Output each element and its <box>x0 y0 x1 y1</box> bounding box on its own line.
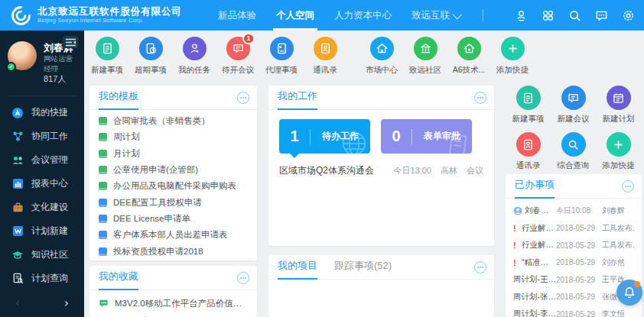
more-options-button[interactable] <box>237 272 249 284</box>
more-options-button[interactable] <box>622 180 634 192</box>
address-book-icon <box>522 139 534 150</box>
sidebar-collapse-button[interactable] <box>63 36 78 48</box>
sidebar-item-knowledge-community[interactable]: 知识社区 <box>0 243 84 267</box>
home-icon <box>463 43 475 54</box>
shortcut-contacts[interactable]: 通讯录 <box>307 37 343 76</box>
template-item[interactable]: 办公用品及电脑配件采购申购表 <box>99 178 248 194</box>
plus-icon <box>507 43 519 54</box>
template-item[interactable]: 公章使用申请(企管部) <box>99 162 248 178</box>
tab-tracked-items[interactable]: 跟踪事项(52) <box>334 259 392 279</box>
doc-search-icon <box>11 273 24 285</box>
form-approval-card[interactable]: 0 表单审批 <box>381 119 472 154</box>
shortcut-pending-meetings[interactable]: 1 待开会议 <box>220 37 255 76</box>
more-options-button[interactable] <box>474 261 486 273</box>
my-favorites-panel: 我的收藏 M3V2.0移动工作平台产品价值文档 服务中心证明.docx <box>89 266 257 317</box>
priority-icon <box>513 258 519 267</box>
clock-doc-icon <box>145 43 157 54</box>
address-book-icon <box>320 43 331 54</box>
settings-gear-icon[interactable] <box>621 8 635 22</box>
company-name-en: Beijing Seeyon Internet Software Corp. <box>37 17 182 24</box>
more-options-button[interactable] <box>474 92 486 104</box>
tab-my-projects[interactable]: 我的项目 <box>278 259 317 279</box>
template-item[interactable]: 投标资质授权申请2018 <box>99 243 248 259</box>
tab-my-work[interactable]: 我的工作 <box>278 89 317 109</box>
favorite-item[interactable]: 服务中心证明.docx <box>99 312 248 317</box>
done-row[interactable]: 周计划-王平... 2018-05-29 王平政 <box>513 271 634 289</box>
sidebar-item-my-shortcuts[interactable]: 我的快捷 <box>0 101 84 125</box>
nav-seeyon-menu[interactable]: 致远互联 <box>411 0 460 31</box>
sidebar-item-meeting-management[interactable]: 会议管理 <box>0 148 84 172</box>
ellipsis-icon <box>239 94 247 102</box>
done-row[interactable]: 刘春辉-北... 今日10:08 刘春辉 <box>513 202 634 220</box>
form-icon <box>99 182 107 190</box>
tab-my-templates[interactable]: 我的模板 <box>99 89 138 109</box>
ellipsis-icon <box>476 94 484 102</box>
tab-done-items[interactable]: 已办事项 <box>515 178 555 198</box>
nav-new-experience[interactable]: 新品体验 <box>218 0 256 31</box>
quick-launch-icon <box>11 107 24 119</box>
qc-add-shortcut[interactable]: 添加快捷 <box>596 132 641 171</box>
qc-new-item[interactable]: 新建事项 <box>506 86 551 125</box>
sidebar-item-culture[interactable]: 文化建设 <box>0 196 84 219</box>
bell-icon <box>623 286 636 299</box>
meeting-row[interactable]: 区域市场Q2体系沟通会 今日13:00 高林 会议 <box>268 154 494 177</box>
done-row[interactable]: 行业解决方... 2018-05-29 工具发布. <box>513 237 634 254</box>
nav-hr-center[interactable]: 人力资本中心 <box>334 0 392 31</box>
template-item[interactable]: 月计划 <box>99 146 248 162</box>
brand-logo[interactable]: 北京致远互联软件股份有限公司 Beijing Seeyon Internet S… <box>11 5 182 26</box>
my-templates-panel: 我的模板 合同审批表（非销售类） 周计划 月计划 公章使用申请(企管部) 办公用… <box>89 86 257 260</box>
more-options-button[interactable] <box>237 92 249 104</box>
chat-icon[interactable] <box>594 8 608 22</box>
app-grid-icon[interactable] <box>541 8 555 22</box>
qc-new-plan[interactable]: 新建计划 <box>596 86 641 125</box>
sidebar-item-plan-query[interactable]: 计划查询 <box>0 267 84 290</box>
template-item[interactable]: 合同审批表（非销售类） <box>99 113 248 129</box>
template-item[interactable]: DEE配置工具授权申请 <box>99 194 248 210</box>
form-icon <box>99 247 107 256</box>
template-item[interactable]: 客户体系本部人员出差申请表 <box>99 227 248 243</box>
seeyon-swirl-icon <box>11 5 31 26</box>
pending-work-card[interactable]: 1 待办工作 <box>279 119 370 154</box>
shortcut-market-center[interactable]: 市场中心 <box>364 37 399 76</box>
shortcut-overdue-items[interactable]: 超期事项 <box>133 37 168 76</box>
top-navigation: 新品体验 个人空间 人力资本中心 致远互联 <box>218 0 635 31</box>
user-role: 网站运营经理 <box>44 53 78 73</box>
plus-icon <box>613 139 624 150</box>
form-icon <box>99 199 107 207</box>
my-work-panel: 我的工作 1 待办工作 0 表单审批 <box>268 86 494 246</box>
done-row[interactable]: 行业解决方... 2018-05-29 工具发布. <box>513 220 634 238</box>
tab-my-favorites[interactable]: 我的收藏 <box>99 270 138 290</box>
form-icon <box>99 117 107 125</box>
sidebar-next-arrow[interactable]: › <box>64 297 69 309</box>
shortcut-a6-tech[interactable]: A6技术... <box>451 37 486 76</box>
pending-work-count: 1 <box>279 128 310 145</box>
notifications-bell-button[interactable] <box>616 280 642 306</box>
template-item[interactable]: 周计划 <box>99 129 248 145</box>
done-row[interactable]: “精准数据... 2018-05-29 刘亦然 <box>513 254 634 272</box>
qc-new-meeting[interactable]: 新建会议 <box>551 86 596 125</box>
qc-global-search[interactable]: 综合查询 <box>551 132 596 171</box>
pending-work-label: 待办工作 <box>311 130 370 143</box>
template-item[interactable]: DEE License申请单 <box>99 211 248 227</box>
sidebar-item-report-center[interactable]: 报表中心 <box>0 172 84 196</box>
form-icon <box>99 215 107 223</box>
notification-dot <box>634 281 640 287</box>
sidebar-item-collaboration[interactable]: 协同工作 <box>0 125 84 148</box>
person-task-icon <box>189 43 200 54</box>
my-projects-panel: 我的项目 跟踪事项(52) <box>268 255 494 317</box>
shortcut-new-item[interactable]: 新建事项 <box>89 37 125 76</box>
shortcut-proxy-items[interactable]: 代理事项 <box>264 37 299 76</box>
shortcut-seeyon-community[interactable]: 致远社区 <box>408 37 443 76</box>
done-row[interactable]: 周计划-李文... 2018-05-29 李文恒 <box>513 306 634 317</box>
shortcut-my-tasks[interactable]: 我的任务 <box>177 37 212 76</box>
sidebar-prev-arrow[interactable]: ‹ <box>15 297 20 309</box>
favorite-item[interactable]: M3V2.0移动工作平台产品价值文档 <box>99 295 248 312</box>
search-icon[interactable] <box>568 8 581 22</box>
seeyon-dashboard: 北京致远互联软件股份有限公司 Beijing Seeyon Internet S… <box>0 0 644 317</box>
locate-person-icon[interactable] <box>514 8 528 22</box>
meeting-time: 今日13:00 <box>393 165 431 176</box>
shortcut-add[interactable]: 添加快捷 <box>495 37 530 76</box>
nav-personal-space[interactable]: 个人空间 <box>276 0 314 31</box>
sidebar-item-plan-create[interactable]: 计划新建 <box>0 219 84 243</box>
qc-contacts[interactable]: 通讯录 <box>506 132 551 171</box>
